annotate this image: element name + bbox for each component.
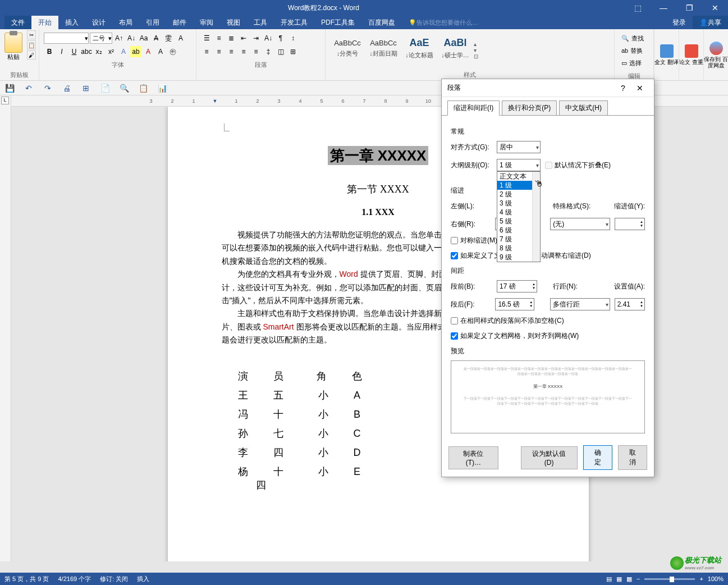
multilevel-button[interactable]: ≣ bbox=[226, 33, 237, 44]
increase-indent-button[interactable]: ⇥ bbox=[250, 33, 262, 44]
format-painter-button[interactable]: 🖌 bbox=[27, 51, 36, 60]
track-changes-status[interactable]: 修订: 关闭 bbox=[100, 575, 128, 583]
justify-button[interactable]: ≡ bbox=[238, 46, 249, 57]
underline-button[interactable]: U bbox=[68, 46, 80, 57]
tab-home[interactable]: 开始 bbox=[31, 16, 58, 29]
space-after-input[interactable]: 16.5 磅▲▼ bbox=[495, 298, 534, 310]
tab-insert[interactable]: 插入 bbox=[58, 16, 85, 29]
bold-button[interactable]: B bbox=[44, 46, 55, 57]
dialog-help-button[interactable]: ? bbox=[615, 84, 631, 93]
cut-button[interactable]: ✂ bbox=[27, 30, 36, 39]
dialog-close-button[interactable]: ✕ bbox=[631, 84, 648, 93]
numbering-button[interactable]: ≡ bbox=[213, 33, 225, 44]
no-space-checkbox[interactable]: 在相同样式的段落间不添加空格(C) bbox=[451, 316, 645, 326]
tab-view[interactable]: 视图 bbox=[220, 16, 247, 29]
translate-button[interactable]: 全文 翻译 bbox=[654, 29, 679, 80]
change-case-button[interactable]: Aa bbox=[138, 33, 149, 44]
align-right-button[interactable]: ≡ bbox=[226, 46, 237, 57]
style-item[interactable]: AaBbCc↓封面日期 bbox=[366, 33, 401, 64]
tab-devtools[interactable]: 开发工具 bbox=[274, 16, 314, 29]
display-options-button[interactable]: ⬚ bbox=[625, 0, 651, 16]
text-direction-button[interactable]: ↕ bbox=[287, 33, 299, 44]
tab-mailings[interactable]: 邮件 bbox=[166, 16, 193, 29]
outline-level-select[interactable]: 1 级▾ bbox=[497, 159, 541, 171]
font-size-select[interactable]: 二号▾ bbox=[90, 33, 112, 44]
zoom-in-button[interactable]: + bbox=[699, 575, 703, 582]
italic-button[interactable]: I bbox=[56, 46, 67, 57]
zoom-out-button[interactable]: − bbox=[637, 575, 640, 582]
dialog-tab-indent[interactable]: 缩进和间距(I) bbox=[447, 100, 500, 116]
alignment-select[interactable]: 居中▾ bbox=[497, 141, 541, 153]
find-button[interactable]: 🔍 查找 bbox=[619, 33, 649, 44]
set-default-button[interactable]: 设为默认值(D) bbox=[521, 446, 578, 469]
tab-selector[interactable]: L bbox=[1, 97, 9, 104]
space-before-input[interactable]: 17 磅▲▼ bbox=[497, 280, 537, 292]
font-name-select[interactable]: ▾ bbox=[44, 33, 89, 44]
view-read-button[interactable]: ▤ bbox=[606, 575, 612, 583]
tab-review[interactable]: 审阅 bbox=[193, 16, 220, 29]
restore-button[interactable]: ❐ bbox=[676, 0, 702, 16]
qat-print[interactable]: 🖨 bbox=[62, 83, 72, 93]
style-item[interactable]: AaE↓论文标题 bbox=[402, 33, 437, 64]
paste-button[interactable]: 粘贴 bbox=[2, 30, 25, 63]
tab-layout[interactable]: 布局 bbox=[112, 16, 139, 29]
tell-me-search[interactable]: 💡 告诉我您想要做什么… bbox=[402, 16, 485, 29]
shrink-font-button[interactable]: A↓ bbox=[126, 33, 137, 44]
insert-mode[interactable]: 插入 bbox=[137, 575, 149, 583]
symmetric-indent-checkbox[interactable]: 对称缩进(M) bbox=[451, 236, 645, 245]
special-format-select[interactable]: (无)▾ bbox=[550, 218, 610, 230]
char-shading-button[interactable]: A bbox=[155, 46, 166, 57]
align-center-button[interactable]: ≡ bbox=[213, 46, 225, 57]
indent-value-input[interactable]: ▲▼ bbox=[615, 218, 645, 230]
tab-tools[interactable]: 工具 bbox=[247, 16, 274, 29]
dialog-tab-line[interactable]: 换行和分页(P) bbox=[502, 100, 557, 116]
sort-button[interactable]: A↓ bbox=[263, 33, 274, 44]
tab-baidu[interactable]: 百度网盘 bbox=[361, 16, 402, 29]
qat-redo[interactable]: ↷ bbox=[43, 83, 53, 93]
outline-level-dropdown[interactable]: 正文文本 1 级 2 级 3 级 4 级 5 级 6 级 7 级 8 级 9 级 bbox=[497, 171, 541, 262]
grid-indent-checkbox[interactable]: 如果定义了文档网格，则自动调整右缩进(D) bbox=[451, 251, 645, 260]
replace-button[interactable]: ab 替换 bbox=[619, 45, 649, 56]
page-status[interactable]: 第 5 页，共 9 页 bbox=[4, 575, 49, 583]
phonetic-button[interactable]: 雯 bbox=[163, 33, 174, 44]
cancel-button[interactable]: 取消 bbox=[618, 445, 647, 470]
line-spacing-button[interactable]: ‡ bbox=[263, 46, 274, 57]
qat-btn9[interactable]: 📊 bbox=[157, 83, 167, 93]
qat-save[interactable]: 💾 bbox=[4, 83, 15, 93]
qat-btn7[interactable]: 🔍 bbox=[119, 83, 129, 93]
login-link[interactable]: 登录 bbox=[666, 18, 693, 28]
zoom-level[interactable]: 100% bbox=[708, 575, 724, 582]
grow-font-button[interactable]: A↑ bbox=[113, 33, 125, 44]
copy-button[interactable]: 📋 bbox=[27, 40, 36, 49]
close-button[interactable]: ✕ bbox=[702, 0, 728, 16]
tabs-button[interactable]: 制表位(T)… bbox=[448, 446, 498, 469]
enclose-char-button[interactable]: ㊥ bbox=[167, 46, 178, 57]
qat-undo[interactable]: ↶ bbox=[24, 83, 34, 93]
tab-references[interactable]: 引用 bbox=[139, 16, 166, 29]
share-button[interactable]: 👤 共享 bbox=[693, 16, 728, 29]
bullets-button[interactable]: ☰ bbox=[201, 33, 212, 44]
show-marks-button[interactable]: ¶ bbox=[275, 33, 286, 44]
select-button[interactable]: ▭ 选择 bbox=[619, 57, 649, 68]
strike-button[interactable]: abc bbox=[81, 46, 92, 57]
qat-btn8[interactable]: 📋 bbox=[138, 83, 148, 93]
tab-file[interactable]: 文件 bbox=[4, 16, 31, 29]
paper-check-button[interactable]: 论文 查重 bbox=[679, 29, 703, 80]
tab-design[interactable]: 设计 bbox=[85, 16, 112, 29]
word-count[interactable]: 4/2169 个字 bbox=[58, 575, 91, 583]
collapse-checkbox[interactable]: 默认情况下折叠(E) bbox=[545, 161, 611, 170]
styles-gallery[interactable]: AaBbCc↓分类号 AaBbCc↓封面日期 AaE↓论文标题 AaBl↓硕士学… bbox=[328, 30, 612, 70]
clear-format-button[interactable]: A̶ bbox=[150, 33, 162, 44]
baidu-save-button[interactable]: 保存到 百度网盘 bbox=[703, 29, 728, 80]
ok-button[interactable]: 确定 bbox=[583, 445, 612, 470]
zoom-slider[interactable] bbox=[644, 578, 695, 580]
shading-button[interactable]: ◫ bbox=[275, 46, 286, 57]
style-item[interactable]: AaBl↓硕士学… bbox=[438, 33, 473, 64]
borders-button[interactable]: ⊞ bbox=[287, 46, 299, 57]
char-border-button[interactable]: A bbox=[175, 33, 186, 44]
qat-btn6[interactable]: 📄 bbox=[100, 83, 110, 93]
dialog-tab-cjk[interactable]: 中文版式(H) bbox=[559, 100, 608, 116]
view-web-button[interactable]: ▩ bbox=[626, 575, 632, 583]
tab-pdf[interactable]: PDF工具集 bbox=[314, 16, 361, 29]
text-effects-button[interactable]: A bbox=[118, 46, 129, 57]
